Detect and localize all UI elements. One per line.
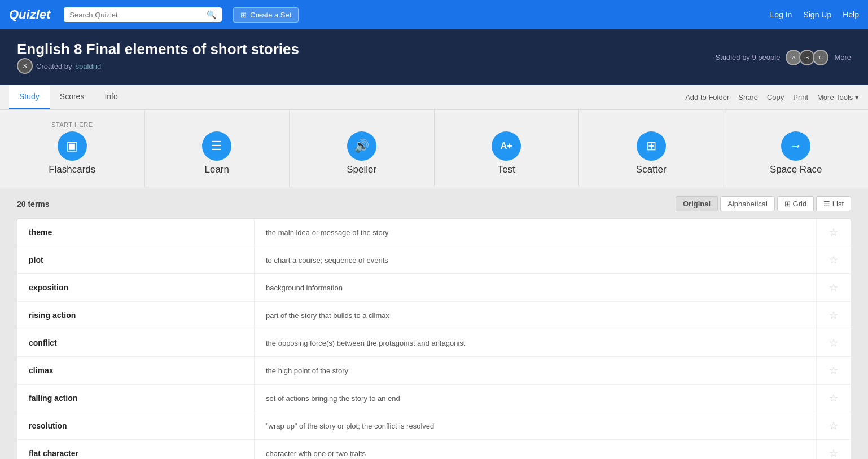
avatar-group: A B C [786,50,828,65]
mode-scatter[interactable]: ⊞ Scatter [579,110,724,187]
create-set-label: Create a Set [250,11,291,19]
star-button[interactable]: ☆ [817,385,851,412]
scatter-icon: ⊞ [637,131,666,161]
spacerace-icon: → [781,131,810,161]
view-original-button[interactable]: Original [676,196,718,211]
star-button[interactable]: ☆ [817,357,851,384]
scatter-label: Scatter [636,164,667,175]
header-title-group: English 8 Final elements of short storie… [17,41,299,74]
term-word: resolution [17,412,255,439]
more-link[interactable]: More [834,53,851,61]
mode-speller[interactable]: 🔊 Speller [290,110,435,187]
table-row: rising action part of the story that bui… [17,302,851,329]
speller-icon: 🔊 [347,131,376,161]
share-button[interactable]: Share [738,93,758,101]
creator-info: S Created by sbaldrid [17,58,299,74]
search-input[interactable] [69,11,203,19]
mode-spacerace[interactable]: → Space Race [724,110,869,187]
terms-header: 20 terms Original Alphabetical ⊞ Grid ☰ … [17,196,851,211]
creator-name[interactable]: sbaldrid [76,62,102,70]
tab-info[interactable]: Info [94,85,128,109]
help-link[interactable]: Help [843,10,859,19]
star-button[interactable]: ☆ [817,412,851,439]
more-tools-button[interactable]: More Tools ▾ [817,93,859,101]
copy-button[interactable]: Copy [767,93,784,101]
view-alphabetical-button[interactable]: Alphabetical [720,196,775,211]
mode-flashcards[interactable]: START HERE ▣ Flashcards [0,110,145,187]
top-navigation: Quizlet 🔍 ⊞ Create a Set Log In Sign Up … [0,0,868,29]
term-definition: the high point of the story [255,357,817,384]
term-word: plot [17,246,255,273]
term-word: falling action [17,385,255,412]
term-definition: part of the story that builds to a clima… [255,302,817,329]
sub-nav-tabs: Study Scores Info [9,85,128,109]
term-definition: the opposing force(s) between the protag… [255,329,817,356]
term-definition: to chart a course; sequence of events [255,246,817,273]
sub-navigation: Study Scores Info Add to Folder Share Co… [0,85,868,110]
studied-label: Studied by 9 people [715,53,780,61]
term-word: conflict [17,329,255,356]
tab-scores[interactable]: Scores [50,85,95,109]
test-label: Test [498,164,515,175]
term-word: climax [17,357,255,384]
term-definition: the main idea or message of the story [255,219,817,246]
list-label: List [832,200,844,208]
table-row: resolution "wrap up" of the story or plo… [17,412,851,440]
creator-avatar: S [17,58,33,74]
table-row: flat character character with one or two… [17,440,851,459]
star-button[interactable]: ☆ [817,219,851,246]
table-row: theme the main idea or message of the st… [17,219,851,246]
logo[interactable]: Quizlet [9,7,50,22]
add-to-folder-button[interactable]: Add to Folder [685,93,729,101]
search-icon: 🔍 [207,10,216,19]
created-by-label: Created by [36,62,72,70]
flashcards-sublabel: START HERE [51,121,93,128]
table-row: falling action set of actions bringing t… [17,385,851,412]
star-button[interactable]: ☆ [817,329,851,356]
term-word: rising action [17,302,255,329]
view-grid-button[interactable]: ⊞ Grid [777,196,814,211]
mode-test[interactable]: A+ Test [435,110,580,187]
star-button[interactable]: ☆ [817,246,851,273]
view-list-button[interactable]: ☰ List [816,196,851,211]
term-definition: background information [255,274,817,301]
view-controls: Original Alphabetical ⊞ Grid ☰ List [676,196,851,211]
login-link[interactable]: Log In [770,10,792,19]
create-set-button[interactable]: ⊞ Create a Set [233,7,299,23]
learn-icon: ☰ [202,131,231,161]
table-row: climax the high point of the story ☆ [17,357,851,385]
test-icon: A+ [492,131,521,161]
terms-table: theme the main idea or message of the st… [17,218,851,459]
grid-label: Grid [793,200,807,208]
term-word: theme [17,219,255,246]
term-word: exposition [17,274,255,301]
sub-nav-actions: Add to Folder Share Copy Print More Tool… [685,93,859,101]
term-word: flat character [17,440,255,459]
list-icon: ☰ [823,200,830,208]
spacerace-label: Space Race [770,164,822,175]
spacerace-sublabel [795,121,797,128]
nav-right: Log In Sign Up Help [770,10,859,19]
learn-label: Learn [205,164,229,175]
tab-study[interactable]: Study [9,85,50,109]
star-button[interactable]: ☆ [817,302,851,329]
mode-learn[interactable]: ☰ Learn [145,110,290,187]
flashcards-icon: ▣ [58,131,87,161]
print-button[interactable]: Print [793,93,808,101]
scatter-sublabel [650,121,652,128]
star-button[interactable]: ☆ [817,440,851,459]
terms-area: 20 terms Original Alphabetical ⊞ Grid ☰ … [0,187,868,459]
term-definition: set of actions bringing the story to an … [255,385,817,412]
header-banner: English 8 Final elements of short storie… [0,29,868,85]
term-definition: "wrap up" of the story or plot; the conf… [255,412,817,439]
table-row: conflict the opposing force(s) between t… [17,329,851,357]
header-right: Studied by 9 people A B C More [715,50,851,65]
learn-sublabel [216,121,218,128]
terms-count: 20 terms [17,200,50,209]
grid-icon: ⊞ [784,200,791,208]
term-definition: character with one or two traits [255,440,817,459]
signup-link[interactable]: Sign Up [803,10,831,19]
star-button[interactable]: ☆ [817,274,851,301]
header-left: English 8 Final elements of short storie… [17,41,299,74]
search-bar: 🔍 [64,7,222,22]
